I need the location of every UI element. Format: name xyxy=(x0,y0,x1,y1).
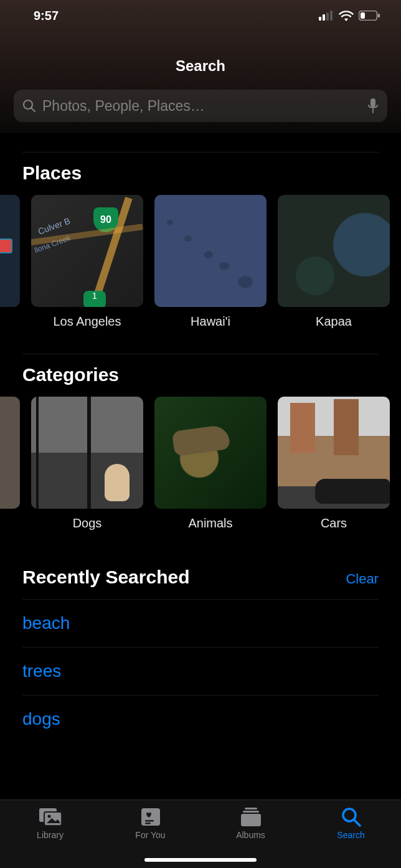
recent-section: Recently Searched Clear beach trees dogs xyxy=(0,537,401,743)
categories-tile-animals[interactable]: Animals xyxy=(154,397,267,531)
places-section: Places Culver B llona Creek 90 1 Los Ang… xyxy=(0,133,401,335)
places-tile-los-angeles[interactable]: Culver B llona Creek 90 1 Los Angeles xyxy=(31,195,143,329)
status-bar: 9:57 xyxy=(0,0,401,31)
categories-tile-cars[interactable]: Cars xyxy=(278,397,390,531)
route-shield-icon: 90 xyxy=(93,207,118,232)
categories-tile-partial-left[interactable] xyxy=(0,397,20,531)
svg-rect-16 xyxy=(145,823,151,824)
categories-section: Categories Dogs Animals Cars xyxy=(0,335,401,537)
categories-scroller[interactable]: Dogs Animals Cars xyxy=(0,397,401,531)
tile-label: Animals xyxy=(154,509,267,531)
places-tile-hawaii[interactable]: Hawai'i xyxy=(154,195,267,329)
places-tile-partial-left[interactable] xyxy=(0,195,20,329)
tab-label: For You xyxy=(135,830,165,840)
svg-line-8 xyxy=(32,108,35,112)
page-title: Search xyxy=(0,31,401,90)
recent-item-beach[interactable]: beach xyxy=(22,599,379,648)
tab-label: Library xyxy=(37,830,64,840)
photo-library-icon xyxy=(38,807,63,827)
battery-low-icon xyxy=(359,11,380,21)
svg-rect-5 xyxy=(361,12,365,19)
svg-rect-6 xyxy=(378,14,380,17)
svg-rect-14 xyxy=(141,808,160,826)
categories-title: Categories xyxy=(0,354,401,397)
svg-rect-9 xyxy=(370,98,375,107)
status-right xyxy=(319,10,380,21)
categories-tile-dogs[interactable]: Dogs xyxy=(31,397,143,531)
search-icon xyxy=(341,806,362,828)
wifi-icon xyxy=(339,10,354,21)
cellular-signal-icon xyxy=(319,11,334,21)
header-region: 9:57 Search Photos, xyxy=(0,0,401,133)
tile-label: Kapaa xyxy=(278,307,390,329)
tile-label: Hawai'i xyxy=(154,307,267,329)
search-input[interactable]: Photos, People, Places… xyxy=(14,90,387,122)
microphone-icon[interactable] xyxy=(367,98,379,114)
svg-point-13 xyxy=(47,815,50,818)
svg-rect-19 xyxy=(241,814,261,826)
svg-rect-12 xyxy=(44,812,62,826)
albums-icon xyxy=(240,807,262,827)
places-tile-kapaa[interactable]: Kapaa xyxy=(278,195,390,329)
tab-search[interactable]: Search xyxy=(301,806,401,868)
recent-item-dogs[interactable]: dogs xyxy=(22,696,379,743)
svg-rect-2 xyxy=(326,12,329,21)
places-title: Places xyxy=(0,153,401,195)
svg-line-21 xyxy=(354,820,360,826)
tile-label: Dogs xyxy=(31,509,143,531)
svg-rect-15 xyxy=(145,820,154,822)
svg-rect-0 xyxy=(319,17,321,21)
tab-label: Search xyxy=(337,830,364,840)
home-indicator[interactable] xyxy=(144,858,257,862)
status-time: 9:57 xyxy=(34,9,59,23)
recent-list: beach trees dogs xyxy=(0,599,401,743)
recent-title: Recently Searched xyxy=(22,567,189,588)
for-you-icon xyxy=(140,807,161,827)
tab-label: Albums xyxy=(236,830,265,840)
tile-label: Cars xyxy=(278,509,390,531)
svg-rect-3 xyxy=(330,11,333,21)
clear-button[interactable]: Clear xyxy=(346,571,379,587)
recent-item-trees[interactable]: trees xyxy=(22,648,379,696)
map-road-label: Culver B xyxy=(37,215,72,236)
map-creek-label: llona Creek xyxy=(33,234,72,255)
search-icon xyxy=(22,99,36,113)
svg-rect-18 xyxy=(243,811,259,813)
svg-rect-17 xyxy=(245,808,257,809)
svg-rect-1 xyxy=(323,14,325,21)
places-scroller[interactable]: Culver B llona Creek 90 1 Los Angeles Ha… xyxy=(0,195,401,329)
tab-library[interactable]: Library xyxy=(0,806,100,868)
tile-label: Los Angeles xyxy=(31,307,143,329)
search-placeholder: Photos, People, Places… xyxy=(42,98,361,115)
